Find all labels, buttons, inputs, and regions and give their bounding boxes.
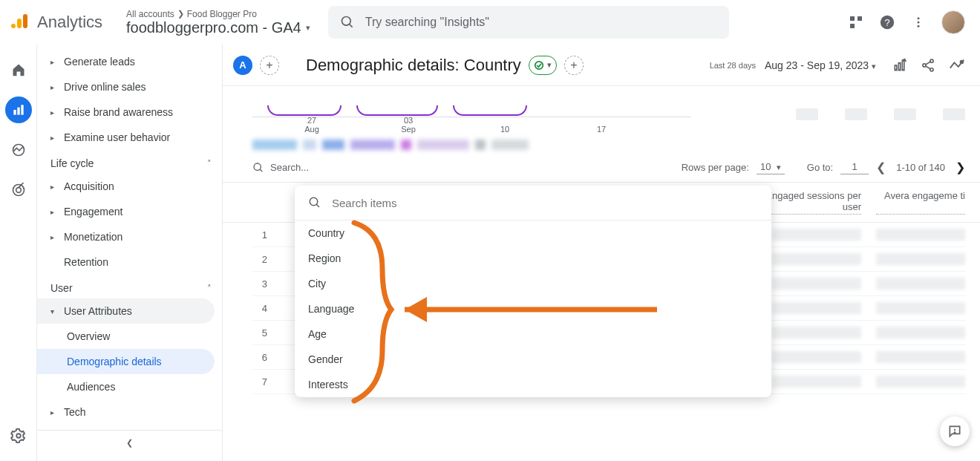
caret-right-icon: ▸ xyxy=(50,233,64,241)
next-page-button[interactable]: ❯ xyxy=(956,160,965,174)
home-icon[interactable] xyxy=(5,56,32,83)
dimension-option[interactable]: Age xyxy=(295,321,771,347)
user-attributes-label: User Attributes xyxy=(64,305,132,317)
rows-per-page-select[interactable]: 10 ▾ xyxy=(757,161,785,174)
analytics-logo[interactable]: Analytics xyxy=(9,12,102,33)
dimension-option[interactable]: Interests xyxy=(295,372,771,397)
svg-text:?: ? xyxy=(884,17,889,28)
property-name: foodbloggerpro.com - GA4 xyxy=(126,19,301,36)
svg-rect-15 xyxy=(17,108,19,115)
svg-rect-25 xyxy=(902,60,904,70)
caret-right-icon: ▸ xyxy=(50,408,64,416)
date-range-picker[interactable]: Aug 23 - Sep 19, 2023 ▾ xyxy=(765,59,876,71)
share-icon[interactable] xyxy=(921,58,935,73)
sidebar-user-attr-item[interactable]: Audiences xyxy=(37,374,215,399)
table-search-placeholder: Search... xyxy=(270,162,309,173)
caret-right-icon: ▸ xyxy=(50,208,64,216)
sidebar-topic[interactable]: ▸Examine user behavior xyxy=(37,125,215,150)
add-segment-button[interactable]: + xyxy=(260,56,279,75)
svg-rect-5 xyxy=(850,16,855,21)
table-controls: Search... Rows per page: 10 ▾ Go to: 1 ❮… xyxy=(223,154,980,183)
section-lifecycle[interactable]: Life cycle ˄ xyxy=(37,150,222,174)
sparkline-bars xyxy=(796,108,965,120)
svg-point-3 xyxy=(342,17,350,26)
sidebar-topic[interactable]: ▸Raise brand awareness xyxy=(37,99,215,125)
search-icon xyxy=(308,196,321,209)
feedback-button[interactable] xyxy=(940,416,970,446)
caret-down-icon: ▾ xyxy=(306,23,310,33)
segment-badge[interactable]: A xyxy=(233,56,252,75)
table-search[interactable]: Search... xyxy=(252,162,674,174)
nav-rail xyxy=(0,45,37,461)
svg-rect-14 xyxy=(13,110,16,115)
prev-page-button[interactable]: ❮ xyxy=(876,160,886,174)
dimension-search-input[interactable] xyxy=(332,197,758,209)
svg-point-22 xyxy=(535,61,543,69)
reports-icon[interactable] xyxy=(5,97,32,123)
user-label: User xyxy=(50,282,73,294)
report-header: A + Demographic details: Country ▾ + Las… xyxy=(223,45,980,86)
sidebar-user-attr-item[interactable]: Demographic details xyxy=(37,349,215,374)
x-axis-label: 03Sep xyxy=(393,116,423,134)
svg-rect-8 xyxy=(858,24,862,28)
caret-down-icon: ▾ xyxy=(50,307,64,315)
goto-label: Go to: xyxy=(807,162,833,173)
add-comparison-button[interactable]: + xyxy=(564,56,584,75)
svg-point-32 xyxy=(254,163,261,170)
chevron-up-icon: ˄ xyxy=(207,284,212,293)
analytics-logo-icon xyxy=(9,12,30,33)
dimension-option[interactable]: Gender xyxy=(295,347,771,372)
svg-point-39 xyxy=(954,432,955,433)
sidebar-lifecycle-item[interactable]: ▸Monetization xyxy=(37,224,215,249)
svg-rect-1 xyxy=(17,19,22,28)
search-icon xyxy=(252,162,264,174)
svg-point-12 xyxy=(918,22,920,24)
svg-rect-7 xyxy=(850,24,855,28)
svg-line-30 xyxy=(926,65,931,68)
page-range: 1-10 of 140 xyxy=(896,162,945,173)
sidebar-tech[interactable]: ▸ Tech xyxy=(37,399,215,425)
advertising-icon[interactable] xyxy=(5,177,32,203)
apps-icon[interactable] xyxy=(849,16,863,29)
global-search[interactable]: Try searching "Insights" xyxy=(328,6,729,39)
dimension-option[interactable]: City xyxy=(295,271,771,296)
user-avatar[interactable] xyxy=(941,10,965,34)
section-user[interactable]: User ˄ xyxy=(37,275,222,298)
sidebar-user-attr-item[interactable]: Overview xyxy=(37,324,215,349)
customize-report-icon[interactable] xyxy=(892,58,907,73)
more-icon[interactable] xyxy=(912,16,925,29)
status-chip[interactable]: ▾ xyxy=(529,56,557,75)
sidebar-topic[interactable]: ▸Generate leads xyxy=(37,49,215,74)
caret-down-icon: ▾ xyxy=(547,60,552,70)
lifecycle-label: Life cycle xyxy=(50,157,94,169)
sidebar-user-attributes[interactable]: ▾ User Attributes xyxy=(37,298,215,324)
help-icon[interactable]: ? xyxy=(879,14,895,30)
breadcrumb-all: All accounts xyxy=(126,9,174,19)
property-selector[interactable]: All accounts ❯ Food Blogger Pro foodblog… xyxy=(126,9,310,36)
sidebar-topic[interactable]: ▸Drive online sales xyxy=(37,74,215,99)
insights-icon[interactable] xyxy=(949,58,965,73)
legend-redacted xyxy=(252,140,965,150)
breadcrumb-account: Food Blogger Pro xyxy=(187,9,257,19)
account-breadcrumb: All accounts ❯ Food Blogger Pro xyxy=(126,9,310,19)
sidebar-lifecycle-item[interactable]: ▸Acquisition xyxy=(37,174,215,199)
brand-name: Analytics xyxy=(37,13,102,32)
sidebar-lifecycle-item[interactable]: Retention xyxy=(37,249,215,275)
svg-rect-16 xyxy=(21,105,23,114)
search-placeholder: Try searching "Insights" xyxy=(365,16,489,29)
tech-label: Tech xyxy=(64,406,86,418)
chart-area: 27Aug03Sep1017 xyxy=(223,86,980,154)
sidebar-lifecycle-item[interactable]: ▸Engagement xyxy=(37,199,215,224)
dimension-option[interactable]: Region xyxy=(295,246,771,271)
svg-point-31 xyxy=(961,60,964,63)
admin-icon[interactable] xyxy=(5,422,32,449)
explore-icon[interactable] xyxy=(5,137,32,163)
dimension-option[interactable]: Country xyxy=(295,220,771,246)
svg-point-11 xyxy=(918,17,920,19)
svg-line-33 xyxy=(260,169,262,171)
svg-point-21 xyxy=(16,434,21,438)
collapse-sidebar-button[interactable]: ❮ xyxy=(37,430,222,455)
column-avg-engagement[interactable]: Avera engageme ti xyxy=(876,190,965,215)
dimension-option[interactable]: Language xyxy=(295,296,771,321)
goto-input[interactable]: 1 xyxy=(840,161,869,174)
